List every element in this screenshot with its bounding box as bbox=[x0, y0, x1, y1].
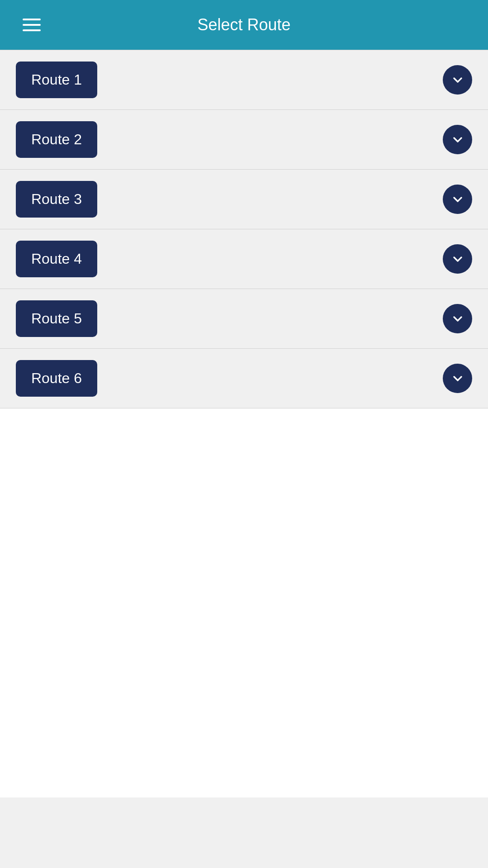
route-badge-3: Route 3 bbox=[16, 181, 97, 218]
chevron-button-6[interactable] bbox=[443, 364, 472, 393]
route-item-6[interactable]: Route 6 bbox=[0, 349, 488, 408]
route-item-5[interactable]: Route 5 bbox=[0, 289, 488, 349]
route-badge-2: Route 2 bbox=[16, 121, 97, 158]
empty-area bbox=[0, 408, 488, 797]
route-item-1[interactable]: Route 1 bbox=[0, 50, 488, 110]
route-badge-1: Route 1 bbox=[16, 62, 97, 98]
app-header: Select Route bbox=[0, 0, 488, 50]
chevron-button-1[interactable] bbox=[443, 65, 472, 95]
chevron-button-5[interactable] bbox=[443, 304, 472, 333]
chevron-button-3[interactable] bbox=[443, 185, 472, 214]
route-list: Route 1 Route 2 Route 3 Route 4 Route 5 … bbox=[0, 50, 488, 408]
route-item-3[interactable]: Route 3 bbox=[0, 170, 488, 229]
page-title: Select Route bbox=[197, 15, 290, 34]
chevron-button-2[interactable] bbox=[443, 125, 472, 154]
route-badge-6: Route 6 bbox=[16, 360, 97, 397]
menu-button[interactable] bbox=[18, 14, 45, 36]
route-badge-4: Route 4 bbox=[16, 241, 97, 277]
route-item-2[interactable]: Route 2 bbox=[0, 110, 488, 170]
route-badge-5: Route 5 bbox=[16, 300, 97, 337]
route-item-4[interactable]: Route 4 bbox=[0, 229, 488, 289]
chevron-button-4[interactable] bbox=[443, 244, 472, 274]
